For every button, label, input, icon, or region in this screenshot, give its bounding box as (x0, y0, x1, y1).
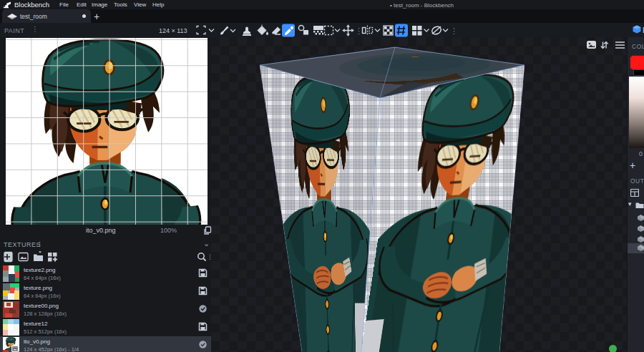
svg-text:⋮: ⋮ (207, 253, 211, 260)
svg-text:⋮: ⋮ (450, 26, 458, 35)
svg-text:⋮: ⋮ (355, 26, 363, 35)
